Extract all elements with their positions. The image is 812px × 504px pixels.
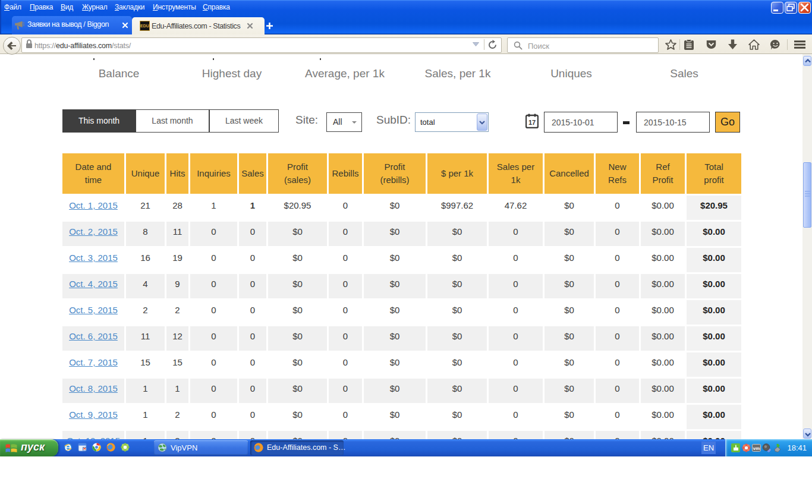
svg-text:17: 17 bbox=[528, 119, 536, 126]
svg-text:vm: vm bbox=[753, 446, 760, 451]
